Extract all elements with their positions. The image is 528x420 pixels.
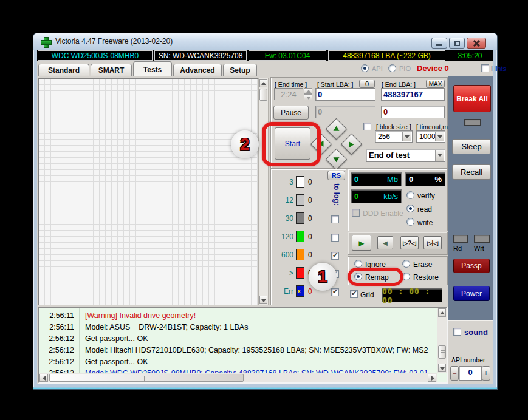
device-label: Device 0: [417, 64, 449, 73]
joystick-checkbox[interactable]: [363, 123, 371, 130]
start-lba-input[interactable]: 0: [315, 88, 375, 101]
log-checkbox-600[interactable]: [331, 252, 339, 260]
block-size-dropdown[interactable]: 256: [375, 130, 413, 143]
end-of-test-dropdown[interactable]: End of test: [366, 149, 445, 162]
tab-tests[interactable]: Tests: [133, 61, 172, 76]
passp-button[interactable]: Passp: [453, 259, 490, 273]
power-button[interactable]: Power: [453, 286, 490, 301]
ignore-radio[interactable]: [354, 260, 362, 268]
hints-checkbox[interactable]: [481, 64, 489, 72]
tab-bar: Standard SMART Tests Advanced Setup API …: [37, 61, 493, 76]
ddd-enable-checkbox[interactable]: [352, 209, 360, 217]
current-lba-left: 0: [315, 106, 375, 118]
write-radio[interactable]: [406, 218, 414, 226]
sleep-button[interactable]: Sleep: [452, 139, 491, 154]
mb-value: 0: [354, 175, 358, 184]
api-number-minus-button[interactable]: −: [450, 366, 459, 381]
end-time-up-button[interactable]: [304, 88, 312, 94]
log-row: 2:56:12Model: Hitachi HDS721010DLE630; C…: [39, 346, 428, 357]
counter-count-120: 0: [308, 232, 312, 241]
log-vscroll-thumb[interactable]: [438, 345, 446, 359]
read-label: read: [417, 205, 432, 214]
step-2-balloon: 2: [231, 130, 259, 158]
pause-button[interactable]: Pause: [273, 106, 309, 120]
seek-up-button[interactable]: [326, 118, 347, 140]
sound-checkbox[interactable]: [453, 328, 461, 336]
timeout-dropdown-arrow[interactable]: [435, 132, 444, 141]
log-scroll-down-button[interactable]: [438, 364, 446, 372]
rs-button[interactable]: RS: [327, 171, 345, 180]
close-button[interactable]: [467, 38, 486, 49]
title-bar[interactable]: Victoria 4.47 Freeware (2013-02-20): [33, 33, 497, 50]
grid-scroll-thumb[interactable]: [259, 89, 267, 101]
timeout-dropdown[interactable]: 1000: [416, 130, 445, 143]
maximize-icon: [454, 41, 460, 46]
log-checkbox-120[interactable]: [331, 234, 339, 242]
minimize-button[interactable]: [431, 38, 447, 49]
counter-swatch-600: [296, 249, 304, 260]
drive-info-bar: WDC WD2500JS-08MHB0 SN: WD-WCANK3925708 …: [37, 50, 493, 61]
seek-test-button[interactable]: ▷?◁: [400, 236, 419, 249]
erase-radio[interactable]: [402, 260, 410, 268]
end-time-spinner[interactable]: 2:24: [274, 88, 303, 100]
victoria-window: Victoria 4.47 Freeware (2013-02-20) WDC …: [33, 33, 497, 389]
read-radio[interactable]: [406, 205, 414, 212]
api-label: API: [372, 65, 383, 72]
play-button[interactable]: ►: [352, 235, 371, 251]
end-time-down-button[interactable]: [304, 94, 312, 100]
recall-button[interactable]: Recall: [452, 164, 491, 180]
maximize-button[interactable]: [449, 38, 465, 49]
sidebar: Break All Sleep Recall Rd Wrt Passp Powe…: [448, 76, 493, 384]
grid-checkbox[interactable]: [350, 290, 358, 298]
log-checkbox-err[interactable]: [331, 288, 339, 296]
window-bottom-edge: [33, 387, 497, 389]
butterfly-button[interactable]: ▷|◁: [423, 236, 442, 249]
max-lba-button[interactable]: MAX: [426, 80, 445, 88]
api-number-value[interactable]: 0: [459, 366, 482, 381]
erase-label: Erase: [413, 260, 432, 269]
reverse-button[interactable]: ◄: [377, 236, 393, 249]
log-hscrollbar[interactable]: [39, 373, 437, 382]
log-vscrollbar[interactable]: [437, 308, 447, 373]
counter-swatch-120: [296, 231, 304, 242]
api-number-plus-button[interactable]: +: [482, 366, 490, 381]
end-lba-input[interactable]: 488397167: [381, 88, 445, 101]
block-size-value: 256: [378, 132, 390, 141]
log-hscroll-thumb[interactable]: [49, 374, 244, 382]
tab-setup[interactable]: Setup: [223, 64, 257, 76]
percent-value: 0: [409, 175, 413, 184]
tab-smart[interactable]: SMART: [91, 64, 132, 76]
highlight-remap-radio: [348, 268, 403, 286]
seek-right-button[interactable]: [341, 134, 362, 155]
grid-scroll-up-button[interactable]: [259, 79, 267, 87]
seek-down-button[interactable]: [326, 149, 347, 170]
log-time: 2:56:12: [39, 334, 74, 343]
counter-label-12: 12: [272, 196, 293, 205]
counter-count-err: 0: [308, 287, 312, 296]
block-size-label: [ block size ]: [376, 123, 411, 130]
log-panel: 2:56:11[Warning] Invalid drive geometry!…: [38, 307, 448, 384]
log-checkbox-30[interactable]: [331, 215, 339, 223]
break-all-button[interactable]: Break All: [453, 85, 491, 112]
start-lba-zero-button[interactable]: 0: [359, 80, 375, 88]
grid-scrollbar[interactable]: [258, 78, 269, 305]
counter-swatch-12: [296, 194, 304, 206]
api-radio[interactable]: [361, 64, 369, 72]
verify-radio[interactable]: [406, 191, 414, 199]
grid-scroll-down-button[interactable]: [259, 296, 267, 304]
speed-display: 0 kb/s: [351, 189, 402, 203]
log-message: Get passport... OK: [85, 334, 428, 343]
rd-led: [453, 235, 468, 243]
tab-advanced[interactable]: Advanced: [173, 64, 222, 76]
end-time-label: [ End time ]: [275, 81, 307, 88]
highlight-start-button: [262, 122, 321, 166]
log-scroll-right-button[interactable]: [428, 374, 436, 382]
tab-standard[interactable]: Standard: [38, 64, 89, 76]
end-of-test-dropdown-arrow[interactable]: [435, 150, 444, 161]
block-size-dropdown-arrow[interactable]: [402, 132, 411, 141]
verify-label: verify: [417, 192, 435, 200]
log-scroll-left-button[interactable]: [39, 374, 48, 382]
speed-value: 0: [354, 192, 358, 201]
pio-radio[interactable]: [388, 64, 396, 72]
log-scroll-up-button[interactable]: [438, 308, 446, 317]
